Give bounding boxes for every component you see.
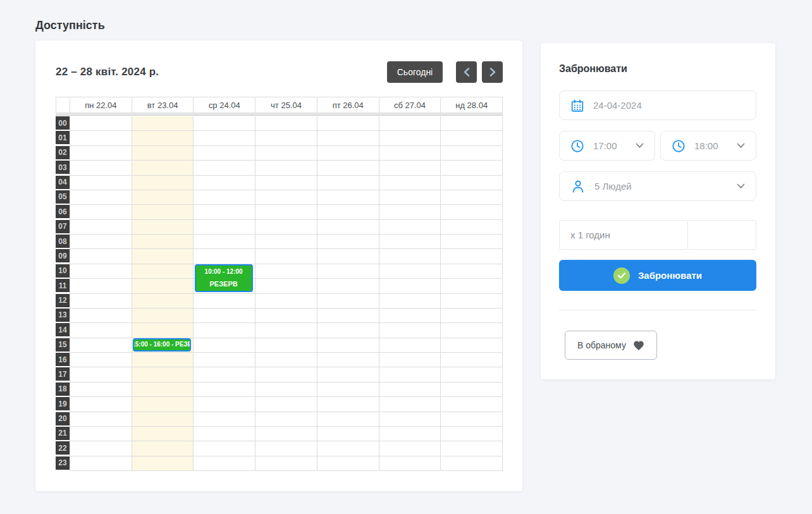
calendar-slot[interactable] — [441, 309, 503, 323]
calendar-slot[interactable] — [379, 323, 441, 338]
calendar-slot[interactable] — [379, 190, 441, 205]
calendar-slot[interactable] — [255, 412, 317, 427]
calendar-slot[interactable] — [194, 397, 255, 412]
calendar-slot[interactable] — [379, 235, 441, 249]
calendar-slot[interactable] — [194, 235, 255, 249]
calendar-slot[interactable] — [441, 279, 503, 293]
calendar-slot[interactable] — [255, 131, 317, 145]
calendar-slot[interactable] — [317, 294, 379, 309]
time-from-select[interactable]: 17:00 — [559, 131, 655, 161]
calendar-slot[interactable] — [132, 309, 194, 323]
calendar-slot[interactable] — [255, 220, 317, 235]
calendar-slot[interactable] — [132, 264, 194, 279]
calendar-slot[interactable] — [441, 220, 503, 235]
calendar-slot[interactable] — [441, 323, 503, 338]
calendar-slot[interactable] — [132, 353, 194, 367]
calendar-slot[interactable] — [70, 412, 132, 427]
calendar-slot[interactable] — [379, 176, 441, 190]
calendar-slot[interactable] — [379, 427, 441, 441]
calendar-slot[interactable] — [255, 382, 317, 397]
calendar-slot[interactable] — [379, 249, 441, 264]
calendar-slot[interactable] — [441, 294, 503, 309]
calendar-slot[interactable] — [317, 309, 379, 323]
calendar-slot[interactable] — [379, 116, 441, 131]
calendar-slot[interactable] — [70, 427, 132, 441]
calendar-slot[interactable] — [317, 264, 379, 279]
calendar-slot[interactable] — [441, 190, 503, 205]
calendar-slot[interactable] — [255, 456, 317, 471]
calendar-slot[interactable] — [70, 264, 132, 279]
calendar-slot[interactable] — [379, 441, 441, 456]
favorites-button[interactable]: В обраному — [565, 331, 657, 360]
calendar-slot[interactable] — [255, 353, 317, 367]
calendar-slot[interactable] — [70, 456, 132, 471]
calendar-slot[interactable] — [70, 382, 132, 397]
calendar-slot[interactable] — [70, 116, 132, 131]
calendar-slot[interactable] — [70, 146, 132, 161]
calendar-slot[interactable] — [379, 456, 441, 471]
prev-week-button[interactable] — [456, 61, 477, 83]
calendar-slot[interactable] — [255, 441, 317, 456]
today-button[interactable]: Сьогодні — [387, 61, 443, 83]
duration-extra-field[interactable] — [687, 220, 756, 250]
calendar-slot[interactable] — [132, 249, 194, 264]
calendar-slot[interactable] — [132, 427, 194, 441]
calendar-slot[interactable] — [317, 190, 379, 205]
calendar-slot[interactable] — [379, 264, 441, 279]
calendar-slot[interactable] — [194, 367, 255, 382]
calendar-slot[interactable] — [194, 131, 255, 145]
calendar-slot[interactable] — [194, 338, 255, 353]
calendar-slot[interactable] — [194, 249, 255, 264]
calendar-slot[interactable] — [379, 338, 441, 353]
calendar-slot[interactable] — [132, 397, 194, 412]
calendar-slot[interactable] — [441, 205, 503, 219]
calendar-slot[interactable] — [132, 161, 194, 175]
calendar-slot[interactable] — [132, 323, 194, 338]
calendar-slot[interactable] — [317, 427, 379, 441]
calendar-slot[interactable] — [379, 279, 441, 293]
calendar-slot[interactable] — [255, 235, 317, 249]
calendar-slot[interactable] — [317, 116, 379, 131]
calendar-slot[interactable] — [317, 146, 379, 161]
calendar-slot[interactable] — [132, 367, 194, 382]
calendar-slot[interactable] — [132, 190, 194, 205]
calendar-slot[interactable] — [379, 382, 441, 397]
calendar-slot[interactable] — [70, 309, 132, 323]
calendar-slot[interactable] — [132, 235, 194, 249]
calendar-slot[interactable] — [379, 205, 441, 219]
calendar-slot[interactable] — [132, 441, 194, 456]
calendar-slot[interactable] — [441, 382, 503, 397]
calendar-slot[interactable] — [255, 294, 317, 309]
calendar-slot[interactable] — [132, 176, 194, 190]
calendar-slot[interactable] — [194, 190, 255, 205]
calendar-slot[interactable] — [194, 161, 255, 175]
calendar-slot[interactable] — [70, 249, 132, 264]
calendar-slot[interactable] — [132, 279, 194, 293]
calendar-slot[interactable] — [132, 205, 194, 219]
calendar-slot[interactable] — [194, 456, 255, 471]
calendar-slot[interactable] — [379, 220, 441, 235]
calendar-slot[interactable] — [379, 412, 441, 427]
calendar-slot[interactable] — [70, 441, 132, 456]
calendar-slot[interactable] — [441, 146, 503, 161]
calendar-slot[interactable] — [132, 456, 194, 471]
calendar-slot[interactable] — [317, 338, 379, 353]
calendar-slot[interactable] — [194, 294, 255, 309]
calendar-slot[interactable] — [194, 176, 255, 190]
calendar-slot[interactable] — [379, 397, 441, 412]
calendar-slot[interactable] — [379, 131, 441, 145]
calendar-slot[interactable] — [379, 309, 441, 323]
people-select[interactable]: 5 Людей — [559, 171, 756, 201]
calendar-slot[interactable] — [441, 116, 503, 131]
calendar-slot[interactable] — [317, 131, 379, 145]
reservation-event[interactable]: 10:00 - 12:00РЕЗЕРВ — [195, 264, 253, 293]
calendar-slot[interactable] — [317, 441, 379, 456]
calendar-slot[interactable] — [132, 220, 194, 235]
calendar-slot[interactable] — [317, 249, 379, 264]
calendar-slot[interactable] — [317, 397, 379, 412]
calendar-slot[interactable] — [441, 412, 503, 427]
calendar-slot[interactable] — [441, 264, 503, 279]
calendar-slot[interactable] — [255, 146, 317, 161]
calendar-slot[interactable] — [70, 338, 132, 353]
calendar-slot[interactable] — [132, 412, 194, 427]
